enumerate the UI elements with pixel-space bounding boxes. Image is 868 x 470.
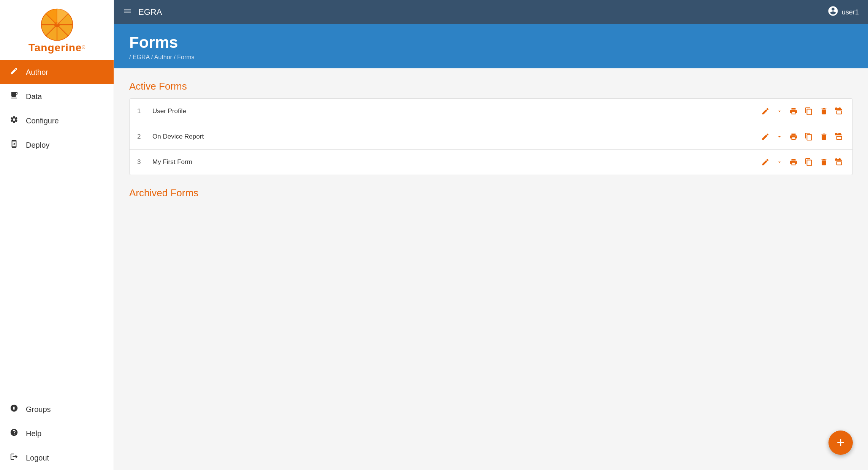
form-row-actions [760, 131, 845, 142]
form-row-num: 1 [137, 107, 152, 115]
data-icon [9, 91, 19, 102]
form-row-actions [760, 106, 845, 117]
edit-form-button[interactable] [760, 131, 771, 142]
copy-form-button[interactable] [803, 131, 814, 142]
copy-form-button[interactable] [803, 156, 814, 168]
sidebar-item-configure[interactable]: Configure [0, 109, 114, 133]
sidebar-item-deploy[interactable]: Deploy [0, 133, 114, 157]
sidebar-item-help[interactable]: Help [0, 421, 114, 446]
sidebar-item-author[interactable]: Author [0, 60, 114, 84]
edit-dropdown-button[interactable] [775, 107, 784, 116]
print-form-button[interactable] [788, 131, 799, 142]
user-account-icon [827, 5, 839, 19]
sidebar-label-logout: Logout [26, 454, 49, 462]
tangerine-logo-icon [40, 8, 74, 42]
sidebar-label-help: Help [26, 429, 41, 438]
table-row: 2 On Device Report [130, 124, 852, 150]
page-header: Forms / EGRA / Author / Forms [114, 24, 868, 68]
archived-forms-title: Archived Forms [129, 187, 853, 199]
sidebar-logo: Tangerine® [0, 0, 114, 60]
download-form-button[interactable] [833, 156, 845, 168]
sidebar-item-logout[interactable]: Logout [0, 446, 114, 470]
edit-dropdown-button[interactable] [775, 158, 784, 167]
delete-form-button[interactable] [818, 156, 830, 168]
sidebar-label-configure: Configure [26, 117, 59, 125]
sidebar-item-data[interactable]: Data [0, 84, 114, 109]
topbar-username: user1 [842, 8, 859, 16]
main-content: EGRA user1 Forms / EGRA / Author / Forms… [114, 0, 868, 470]
author-icon [9, 67, 19, 77]
active-forms-table: 1 User Profile [129, 98, 853, 175]
download-form-button[interactable] [833, 131, 845, 142]
form-row-name: On Device Report [152, 133, 760, 140]
form-row-num: 3 [137, 158, 152, 166]
copy-form-button[interactable] [803, 106, 814, 117]
print-form-button[interactable] [788, 106, 799, 117]
sidebar: Tangerine® Author Data Configure [0, 0, 114, 470]
topbar: EGRA user1 [114, 0, 868, 24]
content-area: Active Forms 1 User Profile [114, 68, 868, 470]
sidebar-label-deploy: Deploy [26, 141, 49, 150]
page-title: Forms [129, 33, 853, 52]
sidebar-nav: Author Data Configure Deploy [0, 60, 114, 470]
print-form-button[interactable] [788, 156, 799, 168]
groups-icon [9, 404, 19, 415]
deploy-icon [9, 140, 19, 150]
sidebar-label-groups: Groups [26, 405, 51, 414]
breadcrumb: / EGRA / Author / Forms [129, 54, 853, 61]
table-row: 1 User Profile [130, 99, 852, 124]
edit-form-button[interactable] [760, 106, 771, 117]
form-row-name: User Profile [152, 107, 760, 115]
delete-form-button[interactable] [818, 106, 830, 117]
edit-form-button[interactable] [760, 156, 771, 168]
tangerine-brand-text: Tangerine® [29, 42, 86, 54]
table-row: 3 My First Form [130, 150, 852, 175]
form-row-name: My First Form [152, 158, 760, 166]
topbar-user: user1 [827, 5, 859, 19]
delete-form-button[interactable] [818, 131, 830, 142]
help-icon [9, 428, 19, 439]
add-form-fab[interactable]: + [828, 431, 853, 455]
form-row-actions [760, 156, 845, 168]
topbar-title: EGRA [138, 7, 827, 17]
logout-icon [9, 453, 19, 463]
configure-icon [9, 115, 19, 126]
download-form-button[interactable] [833, 106, 845, 117]
active-forms-title: Active Forms [129, 80, 853, 92]
sidebar-label-author: Author [26, 68, 48, 77]
topbar-menu-icon[interactable] [123, 6, 132, 18]
form-row-num: 2 [137, 133, 152, 140]
edit-dropdown-button[interactable] [775, 132, 784, 141]
sidebar-label-data: Data [26, 92, 42, 101]
sidebar-item-groups[interactable]: Groups [0, 397, 114, 421]
